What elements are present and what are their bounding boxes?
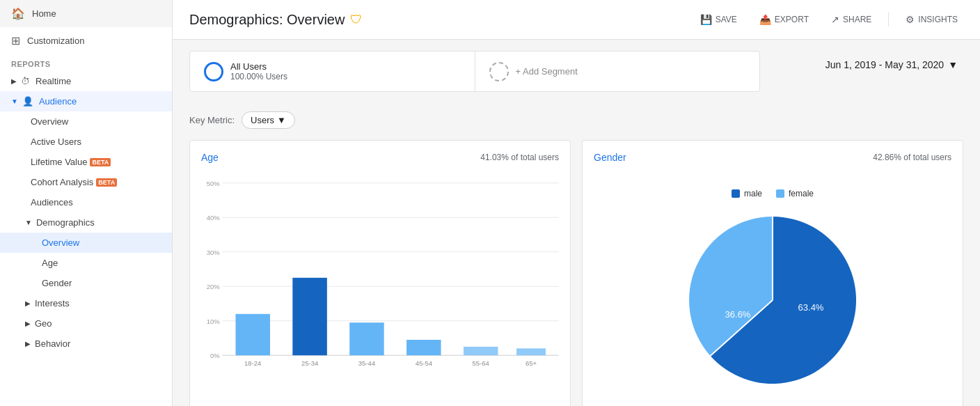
legend-female: female xyxy=(776,189,814,198)
age-chart-card: Age 41.03% of total users 50% 40% 30% 20… xyxy=(189,140,571,406)
all-users-segment[interactable]: All Users 100.00% Users xyxy=(190,52,475,91)
svg-text:20%: 20% xyxy=(207,283,221,290)
svg-text:30%: 30% xyxy=(207,249,221,256)
home-icon: 🏠 xyxy=(11,7,25,20)
audience-label: Audience xyxy=(39,96,77,107)
bar-35-44 xyxy=(349,322,384,355)
save-label: SAVE xyxy=(716,15,737,24)
interests-label: Interests xyxy=(35,298,70,309)
main-content: Demographics: Overview 🛡 💾 SAVE 📤 EXPORT… xyxy=(173,0,980,406)
sidebar-item-age[interactable]: Age xyxy=(0,253,172,273)
sidebar-customization-label: Customization xyxy=(27,36,84,46)
sidebar-item-geo[interactable]: ▶ Geo xyxy=(0,313,172,334)
page-title-text: Demographics: Overview xyxy=(189,12,345,28)
sidebar-item-interests[interactable]: ▶ Interests xyxy=(0,293,172,313)
audience-person-icon: 👤 xyxy=(22,96,33,107)
female-legend-dot xyxy=(776,189,784,198)
gender-chart-title: Gender xyxy=(594,152,626,163)
sidebar-item-demographics[interactable]: ▼ Demographics xyxy=(0,212,172,233)
insights-label: INSIGHTS xyxy=(918,15,958,24)
add-segment-button[interactable]: + Add Segment xyxy=(475,52,760,91)
sidebar-item-audience[interactable]: ▼ 👤 Audience xyxy=(0,91,172,111)
topbar-divider xyxy=(888,13,889,26)
bar-25-34 xyxy=(292,278,326,355)
svg-text:55-64: 55-64 xyxy=(473,359,489,367)
sidebar-item-active-users[interactable]: Active Users xyxy=(0,132,172,152)
date-range-label: Jun 1, 2019 - May 31, 2020 xyxy=(825,59,944,70)
sidebar-item-demo-overview[interactable]: Overview xyxy=(0,233,172,253)
sidebar-home-label: Home xyxy=(32,8,56,19)
customization-icon: ⊞ xyxy=(11,34,20,47)
demo-overview-label: Overview xyxy=(42,237,79,248)
age-chart-subtitle: 41.03% of total users xyxy=(480,153,559,162)
demographics-expand-icon: ▼ xyxy=(25,219,32,226)
share-icon: ↗ xyxy=(831,14,839,25)
svg-text:45-54: 45-54 xyxy=(416,359,432,367)
all-users-circle xyxy=(204,62,223,81)
gender-chart-card: Gender 42.86% of total users male female xyxy=(582,140,963,406)
cohort-analysis-beta-badge: BETA xyxy=(96,178,117,187)
overview-label: Overview xyxy=(31,116,68,127)
realtime-expand-icon: ▶ xyxy=(11,77,17,85)
lifetime-value-beta-badge: BETA xyxy=(90,158,111,166)
key-metric-select[interactable]: Users ▼ xyxy=(242,111,295,129)
age-chart-title: Age xyxy=(201,152,219,163)
sidebar-item-home[interactable]: 🏠 Home xyxy=(0,0,172,27)
sidebar-item-realtime[interactable]: ▶ ⏱ Realtime xyxy=(0,71,172,91)
svg-text:65+: 65+ xyxy=(525,359,537,367)
insights-button[interactable]: ⚙ INSIGHTS xyxy=(900,11,963,28)
lifetime-value-label: Lifetime Value xyxy=(31,157,87,167)
realtime-clock-icon: ⏱ xyxy=(21,76,30,86)
verified-icon: 🛡 xyxy=(350,13,363,27)
export-icon: 📤 xyxy=(759,14,771,25)
sidebar-item-customization[interactable]: ⊞ Customization xyxy=(0,27,172,54)
bar-55-64 xyxy=(464,347,498,355)
gender-chart-subtitle: 42.86% of total users xyxy=(873,153,951,162)
sidebar-item-overview[interactable]: Overview xyxy=(0,111,172,132)
save-button[interactable]: 💾 SAVE xyxy=(695,11,743,28)
share-label: SHARE xyxy=(843,15,871,24)
bar-45-54 xyxy=(406,340,441,355)
share-button[interactable]: ↗ SHARE xyxy=(825,11,877,28)
sidebar-item-cohort-analysis[interactable]: Cohort Analysis BETA xyxy=(0,172,172,192)
key-metric-label: Key Metric: xyxy=(189,115,235,125)
svg-text:0%: 0% xyxy=(210,352,220,359)
charts-row: Age 41.03% of total users 50% 40% 30% 20… xyxy=(189,140,963,406)
segment-bar: All Users 100.00% Users + Add Segment xyxy=(189,51,760,92)
sidebar-item-behavior[interactable]: ▶ Behavior xyxy=(0,334,172,354)
add-segment-circle xyxy=(489,62,509,81)
behavior-label: Behavior xyxy=(35,338,70,349)
svg-text:35-44: 35-44 xyxy=(358,359,375,367)
demographics-label: Demographics xyxy=(36,217,95,228)
bar-65plus xyxy=(516,348,546,355)
gender-chart-header: Gender 42.86% of total users xyxy=(594,152,951,163)
geo-expand-icon: ▶ xyxy=(25,320,31,327)
audience-expand-icon: ▼ xyxy=(11,97,18,105)
male-pct-label: 63.4% xyxy=(798,302,824,313)
sidebar-item-lifetime-value[interactable]: Lifetime Value BETA xyxy=(0,152,172,172)
key-metric-value: Users xyxy=(251,115,274,125)
add-segment-label: + Add Segment xyxy=(516,66,578,77)
topbar-actions: 💾 SAVE 📤 EXPORT ↗ SHARE ⚙ INSIGHTS xyxy=(695,11,963,28)
export-button[interactable]: 📤 EXPORT xyxy=(754,11,814,28)
sidebar-item-gender[interactable]: Gender xyxy=(0,273,172,293)
age-chart-header: Age 41.03% of total users xyxy=(201,152,559,163)
pie-legend: male female xyxy=(732,189,814,198)
reports-section-label: REPORTS xyxy=(0,54,172,71)
content-area: All Users 100.00% Users + Add Segment Ju… xyxy=(173,40,980,406)
realtime-label: Realtime xyxy=(35,76,71,86)
date-range-button[interactable]: Jun 1, 2019 - May 31, 2020 ▼ xyxy=(820,56,963,73)
save-icon: 💾 xyxy=(700,14,712,25)
female-legend-label: female xyxy=(789,189,814,198)
age-bar-chart: 50% 40% 30% 20% 10% 0% xyxy=(201,171,559,380)
legend-male: male xyxy=(732,189,762,198)
svg-text:40%: 40% xyxy=(207,214,221,221)
svg-text:10%: 10% xyxy=(207,318,221,325)
topbar: Demographics: Overview 🛡 💾 SAVE 📤 EXPORT… xyxy=(173,0,980,40)
sidebar-item-audiences[interactable]: Audiences xyxy=(0,192,172,212)
svg-text:18-24: 18-24 xyxy=(244,359,261,367)
page-title: Demographics: Overview 🛡 xyxy=(189,12,363,28)
key-metric-row: Key Metric: Users ▼ xyxy=(189,111,963,129)
male-legend-dot xyxy=(732,189,740,198)
female-pct-label: 36.6% xyxy=(725,309,751,320)
